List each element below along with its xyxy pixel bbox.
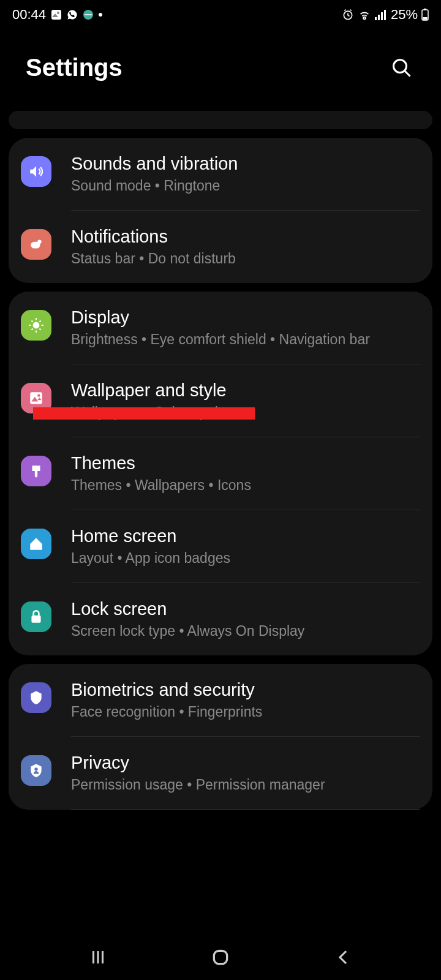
item-title: Home screen	[71, 526, 420, 546]
battery-icon	[421, 9, 429, 21]
item-title: Wallpaper and style	[71, 380, 420, 401]
settings-item-wallpaper[interactable]: Wallpaper and style Wallpapers • Colour …	[9, 364, 432, 437]
settings-group: Display Brightness • Eye comfort shield …	[9, 292, 432, 655]
settings-item-display[interactable]: Display Brightness • Eye comfort shield …	[9, 292, 432, 364]
item-title: Lock screen	[71, 599, 420, 619]
app-icon	[83, 9, 94, 20]
settings-item-lockscreen[interactable]: Lock screen Screen lock type • Always On…	[9, 583, 432, 655]
svg-rect-7	[384, 10, 386, 20]
wifi-icon	[358, 9, 371, 21]
nav-back-button[interactable]	[325, 939, 361, 976]
item-subtitle: Sound mode • Ringtone	[71, 178, 420, 194]
item-title: Themes	[71, 453, 420, 473]
header: Settings	[0, 29, 441, 106]
sound-icon	[21, 156, 51, 187]
status-bar: 00:44 25%	[0, 0, 441, 29]
search-icon	[391, 57, 413, 79]
item-subtitle: Layout • App icon badges	[71, 550, 420, 567]
settings-item-privacy[interactable]: Privacy Permission usage • Permission ma…	[9, 737, 432, 809]
notification-icon	[21, 229, 51, 260]
navigation-bar	[0, 935, 441, 980]
item-subtitle: Status bar • Do not disturb	[71, 251, 420, 267]
svg-line-12	[405, 70, 410, 76]
svg-rect-5	[378, 15, 380, 20]
nav-home-button[interactable]	[202, 939, 239, 976]
settings-item-biometrics[interactable]: Biometrics and security Face recognition…	[9, 664, 432, 736]
svg-rect-31	[214, 951, 227, 963]
recents-icon	[89, 948, 107, 967]
shield-icon	[21, 682, 51, 713]
home-nav-icon	[211, 948, 230, 967]
search-bar[interactable]	[9, 111, 432, 129]
home-icon	[21, 529, 51, 559]
svg-point-27	[34, 767, 37, 771]
svg-line-22	[31, 328, 32, 330]
item-title: Biometrics and security	[71, 680, 420, 700]
item-title: Display	[71, 307, 420, 328]
status-time: 00:44	[12, 7, 46, 23]
svg-line-20	[31, 320, 32, 322]
item-title: Privacy	[71, 753, 420, 773]
svg-rect-24	[30, 392, 42, 404]
settings-item-homescreen[interactable]: Home screen Layout • App icon badges	[9, 510, 432, 582]
svg-point-1	[57, 12, 59, 14]
item-subtitle: Screen lock type • Always On Display	[71, 623, 420, 639]
display-icon	[21, 310, 51, 341]
privacy-icon	[21, 755, 51, 786]
svg-rect-26	[31, 616, 40, 623]
settings-item-themes[interactable]: Themes Themes • Wallpapers • Icons	[9, 437, 432, 510]
item-subtitle: Permission usage • Permission manager	[71, 777, 420, 793]
battery-text: 25%	[391, 7, 418, 23]
svg-rect-9	[424, 9, 426, 10]
svg-point-11	[394, 59, 407, 72]
back-icon	[334, 948, 352, 967]
svg-point-25	[37, 394, 40, 397]
settings-item-notifications[interactable]: Notifications Status bar • Do not distur…	[9, 211, 432, 283]
themes-icon	[21, 456, 51, 486]
settings-group: Biometrics and security Face recognition…	[9, 664, 432, 810]
search-button[interactable]	[388, 55, 415, 81]
settings-item-sounds[interactable]: Sounds and vibration Sound mode • Ringto…	[9, 138, 432, 210]
settings-group: Sounds and vibration Sound mode • Ringto…	[9, 138, 432, 283]
alarm-icon	[342, 9, 354, 21]
svg-rect-4	[375, 17, 377, 20]
highlight-annotation	[33, 407, 255, 420]
lock-icon	[21, 601, 51, 632]
nav-recents-button[interactable]	[80, 939, 116, 976]
item-title: Notifications	[71, 227, 420, 247]
svg-point-14	[37, 239, 41, 244]
page-title: Settings	[26, 54, 123, 81]
signal-icon	[375, 9, 387, 20]
svg-rect-0	[51, 10, 61, 20]
item-subtitle: Face recognition • Fingerprints	[71, 704, 420, 720]
item-subtitle: Brightness • Eye comfort shield • Naviga…	[71, 331, 420, 348]
item-title: Sounds and vibration	[71, 154, 420, 174]
item-subtitle: Themes • Wallpapers • Icons	[71, 477, 420, 494]
divider	[71, 809, 420, 810]
whatsapp-icon	[67, 9, 78, 20]
gallery-icon	[51, 9, 62, 20]
svg-line-23	[39, 320, 40, 322]
more-notif-icon	[99, 13, 102, 17]
svg-point-15	[33, 322, 40, 329]
svg-rect-10	[423, 17, 428, 20]
svg-line-21	[39, 328, 40, 330]
svg-rect-6	[381, 12, 383, 20]
